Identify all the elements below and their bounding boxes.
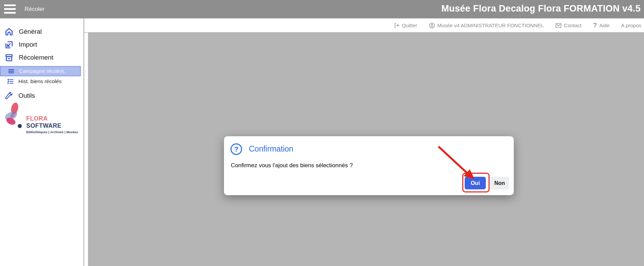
top-bar: Récoler Musée Flora Decalog Flora FORMAT… [0,0,644,18]
utility-bar: Quitter Musée v4 ADMINISTRATEUR FONCTION… [84,18,644,33]
brand-tagline: Bibliothèques | Archives | Musées [26,130,81,134]
sidebar-item-hist-biens-recoles[interactable]: Hist. biens récolés [0,76,84,87]
about-link[interactable]: A propos [621,22,641,28]
sidebar-item-campagne-recolmt[interactable]: Campagne récolmt. [0,66,81,76]
home-icon [4,27,14,36]
user-account-link[interactable]: Musée v4 ADMINISTRATEUR FONCTIONNEL [429,22,544,29]
import-icon [4,40,14,49]
user-icon [429,22,435,29]
sidebar: Général Import Récolement Campagne récol… [0,18,84,266]
sidebar-item-recolement[interactable]: Récolement [0,51,84,64]
flora-petals-logo [3,102,24,129]
wrench-icon [4,91,13,100]
question-circle-icon: ? [230,143,242,155]
question-icon: ? [593,22,597,29]
sidebar-item-import[interactable]: Import [0,38,84,51]
quit-link[interactable]: Quitter [394,22,417,28]
flora-software-logo: FLORA SOFTWARE Bibliothèques | Archives … [3,102,82,131]
checklist-icon [7,78,14,85]
sidebar-item-general[interactable]: Général [0,25,84,38]
exit-icon [394,22,400,28]
hamburger-menu-icon[interactable] [4,4,16,14]
app-title: Musée Flora Decalog Flora FORMATION v4.5 [441,0,641,18]
help-link[interactable]: ? Aide [593,22,610,29]
contact-link[interactable]: Contact [555,22,582,28]
sidebar-item-outils[interactable]: Outils [0,89,84,102]
module-label: Récoler [25,0,45,18]
dialog-title: Confirmation [249,144,293,154]
annotation-highlight-box [462,173,490,192]
envelope-icon [555,23,561,28]
brand-name: FLORA SOFTWARE [26,115,81,129]
list-icon [8,67,15,75]
archive-icon [4,53,14,62]
no-button[interactable]: Non [490,177,509,189]
dialog-message: Confirmez vous l'ajout des biens sélecti… [231,162,353,169]
